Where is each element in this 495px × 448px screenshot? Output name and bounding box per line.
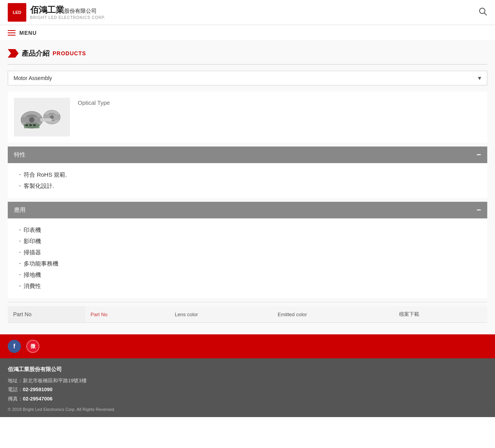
col-header-part-no-main: Part No [8, 306, 85, 323]
footer-info-bar: 佰鴻工業股份有限公司 地址：新北市板橋區和平路19號3樓 電話：02-29591… [0, 358, 495, 417]
logo-cn: 佰鴻工業股份有限公司 [30, 5, 106, 15]
category-dropdown-wrapper: Motor Assembly ▼ [8, 71, 487, 85]
logo-area: 佰鴻工業股份有限公司 BRIGHT LED ELECTRONICS CORP. [8, 3, 106, 22]
facebook-icon[interactable]: f [8, 340, 21, 353]
title-divider [8, 64, 487, 65]
footer-company-name: 佰鴻工業股份有限公司 [8, 366, 487, 373]
list-item: 消費性 [17, 281, 478, 292]
page-title-icon [8, 49, 19, 58]
page-title-cn: 產品介紹 [22, 49, 50, 58]
product-image [14, 98, 70, 136]
navigation-bar: MENU [0, 25, 495, 41]
table-divider [8, 302, 487, 302]
svg-line-1 [485, 13, 487, 15]
product-section: Optical Type [8, 92, 487, 143]
applications-content: 印表機 影印機 掃描器 多功能事務機 掃地機 消費性 [8, 218, 487, 298]
col-header-emitted-color: Emitted color [272, 306, 394, 323]
list-item: 掃描器 [17, 247, 478, 258]
features-section-header[interactable]: 特性 − [8, 146, 487, 163]
applications-collapse-icon: − [476, 206, 481, 215]
applications-section-header[interactable]: 應用 − [8, 202, 487, 218]
hamburger-menu-icon[interactable] [8, 30, 15, 36]
applications-title: 應用 [14, 206, 26, 214]
page-header: 佰鴻工業股份有限公司 BRIGHT LED ELECTRONICS CORP. [0, 0, 495, 25]
weibo-icon[interactable]: 微 [26, 340, 39, 353]
features-title: 特性 [14, 151, 26, 158]
list-item: 印表機 [17, 225, 478, 236]
main-content: 產品介紹 PRODUCTS Motor Assembly ▼ [0, 41, 495, 334]
list-item: 客製化設計. [17, 181, 478, 192]
features-content: 符合 RoHS 規範. 客製化設計. [8, 163, 487, 198]
logo-en: BRIGHT LED ELECTRONICS CORP. [30, 15, 106, 20]
col-header-lens-color: Lens color [169, 306, 272, 323]
footer-social-bar: f 微 [0, 334, 495, 358]
search-icon[interactable] [479, 7, 487, 18]
product-table: Part No Part No Lens color Emitted color… [8, 306, 487, 323]
svg-rect-13 [29, 124, 32, 126]
col-header-download: 檔案下載 [394, 306, 487, 323]
page-title-en: PRODUCTS [53, 50, 86, 56]
footer-fax: 傳真：02-29547006 [8, 394, 487, 403]
footer-address: 地址：新北市板橋區和平路19號3樓 [8, 376, 487, 385]
category-select[interactable]: Motor Assembly [8, 71, 487, 85]
features-list: 符合 RoHS 規範. 客製化設計. [17, 169, 478, 192]
applications-list: 印表機 影印機 掃描器 多功能事務機 掃地機 消費性 [17, 225, 478, 292]
svg-point-5 [29, 117, 34, 123]
svg-rect-10 [40, 118, 52, 121]
list-item: 符合 RoHS 規範. [17, 169, 478, 181]
menu-label[interactable]: MENU [19, 30, 37, 36]
page-title-section: 產品介紹 PRODUCTS [8, 49, 487, 58]
list-item: 多功能事務機 [17, 258, 478, 269]
footer-phone: 電話：02-29591090 [8, 385, 487, 394]
product-type-label: Optical Type [78, 98, 110, 106]
list-item: 掃地機 [17, 269, 478, 281]
list-item: 影印機 [17, 236, 478, 247]
svg-rect-12 [26, 124, 28, 126]
product-table-section: Part No Part No Lens color Emitted color… [8, 306, 487, 323]
svg-rect-14 [33, 124, 36, 126]
col-header-part-no: Part No [85, 306, 169, 323]
logo-text: 佰鴻工業股份有限公司 BRIGHT LED ELECTRONICS CORP. [30, 5, 106, 19]
features-collapse-icon: − [476, 150, 481, 159]
logo-icon [8, 3, 26, 22]
product-image-svg [17, 100, 67, 135]
footer-copyright: © 2019 Bright Led Electronics Corp. All … [8, 407, 487, 412]
